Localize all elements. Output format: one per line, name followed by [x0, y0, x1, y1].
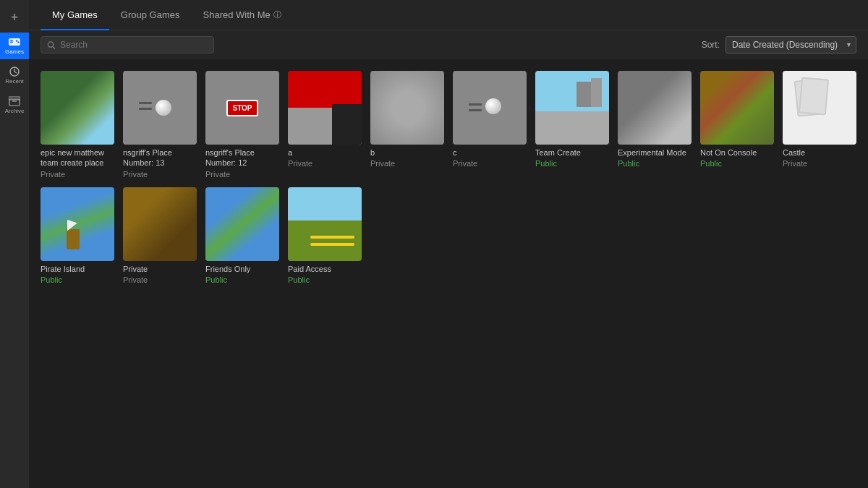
game-title-2: nsgriff's Place Number: 13	[123, 147, 197, 168]
games-area: epic new matthew team create place Priva…	[29, 59, 868, 488]
game-status-13: Public	[205, 275, 279, 284]
game-thumb-8	[618, 71, 692, 145]
game-title-3: nsgriff's Place Number: 12	[205, 147, 279, 168]
archive-icon	[8, 96, 21, 106]
game-title-8: Experimental Mode	[618, 147, 692, 158]
game-status-7: Public	[535, 159, 609, 168]
shared-help-icon: ⓘ	[273, 9, 281, 20]
game-card-7[interactable]: Team Create Public	[535, 71, 609, 179]
toolbar: Sort: Date Created (Descending)	[29, 30, 868, 59]
game-card-12[interactable]: Private Private	[123, 187, 197, 284]
game-title-13: Friends Only	[205, 264, 279, 274]
svg-rect-2	[10, 42, 13, 43]
sidebar: + Games Recent	[0, 0, 29, 488]
stop-sign: STOP	[226, 100, 258, 116]
sidebar-archive-label: Archive	[5, 108, 25, 114]
search-box[interactable]	[41, 36, 214, 53]
sort-area: Sort: Date Created (Descending)	[702, 36, 856, 53]
svg-line-12	[53, 46, 55, 48]
svg-point-11	[48, 41, 53, 46]
game-card-6[interactable]: c Private	[453, 71, 527, 179]
game-status-11: Public	[41, 275, 114, 284]
game-title-9: Not On Console	[700, 147, 774, 158]
recent-icon	[8, 67, 21, 77]
game-card-10[interactable]: ? Castle Private	[783, 71, 856, 179]
game-thumb-7	[535, 71, 609, 145]
game-card-3[interactable]: STOP nsgriff's Place Number: 12 Private	[205, 71, 279, 179]
game-card-2[interactable]: nsgriff's Place Number: 13 Private	[123, 71, 197, 179]
game-card-9[interactable]: Not On Console Public	[700, 71, 774, 179]
game-title-4: a	[288, 147, 362, 158]
game-thumb-13	[205, 187, 279, 261]
game-title-6: c	[453, 147, 527, 158]
game-card-13[interactable]: Friends Only Public	[205, 187, 279, 284]
game-thumb-9	[700, 71, 774, 145]
game-title-5: b	[370, 147, 444, 158]
tab-bar: My Games Group Games Shared With Me ⓘ	[29, 0, 868, 30]
game-status-14: Public	[288, 275, 362, 284]
game-title-14: Paid Access	[288, 264, 362, 274]
sort-label: Sort:	[702, 40, 720, 50]
game-status-9: Public	[700, 159, 774, 168]
game-title-1: epic new matthew team create place	[41, 147, 114, 168]
game-status-8: Public	[618, 159, 692, 168]
game-status-5: Private	[370, 159, 444, 168]
game-status-2: Private	[123, 170, 197, 179]
game-thumb-1	[41, 71, 114, 145]
game-card-14[interactable]: Paid Access Public	[288, 187, 362, 284]
search-input[interactable]	[60, 40, 208, 50]
svg-point-4	[17, 41, 19, 43]
game-card-8[interactable]: Experimental Mode Public	[618, 71, 692, 179]
game-thumb-12	[123, 187, 197, 261]
game-status-6: Private	[453, 159, 527, 168]
games-icon	[8, 37, 21, 47]
svg-line-7	[14, 72, 17, 73]
game-card-4[interactable]: a Private	[288, 71, 362, 179]
game-thumb-5	[370, 71, 444, 145]
sidebar-add-button[interactable]: +	[0, 6, 29, 30]
sidebar-item-archive[interactable]: Archive	[0, 92, 29, 119]
game-status-4: Private	[288, 159, 362, 168]
game-thumb-11	[41, 187, 114, 261]
main-content: My Games Group Games Shared With Me ⓘ So…	[29, 0, 868, 488]
sidebar-games-label: Games	[5, 48, 24, 55]
svg-rect-1	[10, 40, 13, 41]
tab-group-games[interactable]: Group Games	[109, 0, 192, 30]
game-thumb-6	[453, 71, 527, 145]
sidebar-recent-label: Recent	[5, 78, 23, 85]
sort-dropdown[interactable]: Date Created (Descending)	[726, 36, 856, 53]
search-icon	[47, 40, 56, 50]
game-card-1[interactable]: epic new matthew team create place Priva…	[41, 71, 114, 179]
tab-my-games[interactable]: My Games	[41, 0, 109, 30]
tab-shared-with-me[interactable]: Shared With Me ⓘ	[192, 0, 293, 30]
game-thumb-4	[288, 71, 362, 145]
sidebar-item-recent[interactable]: Recent	[0, 62, 29, 89]
game-thumb-10: ?	[783, 71, 856, 145]
games-grid: epic new matthew team create place Priva…	[41, 71, 856, 284]
game-thumb-2	[123, 71, 197, 145]
game-card-5[interactable]: b Private	[370, 71, 444, 179]
sidebar-item-games[interactable]: Games	[0, 33, 29, 59]
game-title-12: Private	[123, 264, 197, 274]
game-status-10: Private	[783, 159, 856, 168]
sort-wrapper: Date Created (Descending)	[726, 36, 856, 53]
game-title-10: Castle	[783, 147, 856, 158]
game-card-11[interactable]: Pirate Island Public	[41, 187, 114, 284]
game-thumb-14	[288, 187, 362, 261]
game-status-3: Private	[205, 170, 279, 179]
game-title-7: Team Create	[535, 147, 609, 158]
game-status-12: Private	[123, 275, 197, 284]
game-title-11: Pirate Island	[41, 264, 114, 274]
game-thumb-3: STOP	[205, 71, 279, 145]
svg-point-3	[16, 40, 17, 41]
game-status-1: Private	[41, 170, 114, 179]
